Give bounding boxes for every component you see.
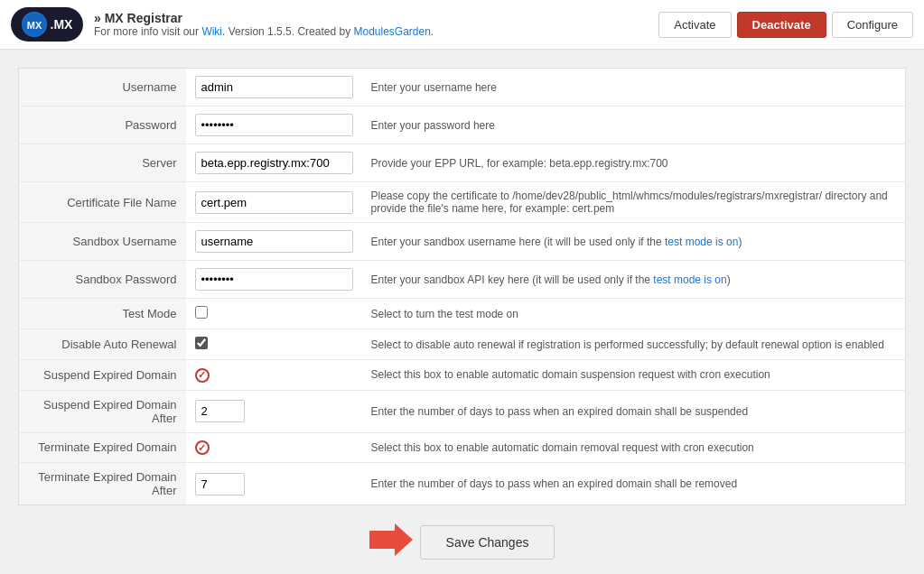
- logo-icon: MX: [22, 12, 47, 37]
- cert-label: Certificate File Name: [19, 182, 186, 223]
- sandbox-username-input-cell: [186, 223, 362, 261]
- username-input[interactable]: [195, 76, 353, 98]
- test-mode-label: Test Mode: [19, 299, 186, 329]
- terminate-after-input[interactable]: [195, 473, 245, 495]
- table-row: Username Enter your username here: [19, 69, 906, 106]
- header: MX .MX MX Registrar For more info visit …: [0, 0, 924, 50]
- cert-hint: Please copy the certificate to /home/dev…: [362, 182, 906, 223]
- header-title: MX Registrar: [94, 11, 648, 25]
- test-mode-hint: Select to turn the test mode on: [362, 299, 906, 329]
- suspend-expired-hint: Select this box to enable automatic doma…: [362, 360, 906, 391]
- wiki-link[interactable]: Wiki: [201, 25, 222, 38]
- disable-renewal-hint: Select to disable auto renewal if regist…: [362, 329, 906, 360]
- modulesgarden-link[interactable]: ModulesGarden: [353, 25, 430, 38]
- table-row: Password Enter your password here: [19, 106, 906, 144]
- server-label: Server: [19, 144, 186, 182]
- disable-renewal-checkbox[interactable]: [195, 337, 208, 349]
- suspend-after-hint: Enter the number of days to pass when an…: [362, 390, 906, 432]
- suspend-expired-input-cell: ✓: [186, 360, 362, 391]
- username-input-cell: [186, 69, 362, 106]
- table-row: Certificate File Name Please copy the ce…: [19, 182, 906, 223]
- sandbox-username-input[interactable]: [195, 230, 353, 253]
- header-info: MX Registrar For more info visit our Wik…: [94, 11, 648, 38]
- suspend-expired-circle-wrap[interactable]: ✓: [195, 367, 210, 383]
- sandbox-username-label: Sandbox Username: [19, 223, 186, 261]
- main-content: Username Enter your username here Passwo…: [0, 50, 924, 574]
- test-mode-input-cell: [186, 299, 362, 329]
- save-changes-button[interactable]: Save Changes: [420, 525, 555, 560]
- terminate-expired-circle-wrap[interactable]: ✓: [195, 440, 210, 456]
- table-row: Suspend Expired Domain After Enter the n…: [19, 390, 906, 432]
- table-row: Sandbox Password Enter your sandbox API …: [19, 261, 906, 299]
- sandbox-username-hint: Enter your sandbox username here (it wil…: [362, 223, 906, 261]
- terminate-after-label: Terminate Expired Domain After: [19, 463, 186, 505]
- disable-renewal-input-cell: [186, 329, 362, 360]
- disable-renewal-label: Disable Auto Renewal: [19, 329, 186, 360]
- suspend-after-input[interactable]: [195, 400, 245, 422]
- table-row: Test Mode Select to turn the test mode o…: [19, 299, 906, 329]
- terminate-expired-hint: Select this box to enable automatic doma…: [362, 432, 906, 463]
- suspend-expired-circle[interactable]: ✓: [195, 368, 210, 383]
- server-input[interactable]: [195, 152, 353, 174]
- cert-input[interactable]: [195, 191, 353, 214]
- activate-button[interactable]: Activate: [658, 12, 731, 38]
- logo: MX .MX: [11, 7, 83, 42]
- username-label: Username: [19, 69, 186, 106]
- table-row: Server Provide your EPP URL, for example…: [19, 144, 906, 182]
- table-row: Sandbox Username Enter your sandbox user…: [19, 223, 906, 261]
- header-subtitle: For more info visit our Wiki. Version 1.…: [94, 25, 648, 38]
- sandbox-password-input-cell: [186, 261, 362, 299]
- svg-marker-2: [369, 523, 413, 556]
- suspend-after-input-cell: [186, 390, 362, 432]
- svg-text:MX: MX: [26, 20, 42, 31]
- username-hint: Enter your username here: [362, 69, 906, 106]
- password-label: Password: [19, 106, 186, 144]
- terminate-expired-label: Terminate Expired Domain: [19, 432, 186, 463]
- logo-text: .MX: [51, 17, 73, 32]
- save-section: Save Changes: [18, 505, 906, 574]
- password-hint: Enter your password here: [362, 106, 906, 144]
- password-input-cell: [186, 106, 362, 144]
- test-mode-checkbox[interactable]: [195, 306, 208, 319]
- deactivate-button[interactable]: Deactivate: [737, 12, 826, 38]
- server-hint: Provide your EPP URL, for example: beta.…: [362, 144, 906, 182]
- sandbox-password-hint: Enter your sandbox API key here (it will…: [362, 261, 906, 299]
- server-input-cell: [186, 144, 362, 182]
- cert-input-cell: [186, 182, 362, 223]
- suspend-expired-checkmark: ✓: [198, 369, 206, 381]
- password-input[interactable]: [195, 114, 353, 136]
- suspend-after-label: Suspend Expired Domain After: [19, 390, 186, 432]
- suspend-expired-label: Suspend Expired Domain: [19, 360, 186, 391]
- sandbox-password-label: Sandbox Password: [19, 261, 186, 299]
- terminate-after-input-cell: [186, 463, 362, 505]
- arrow-right-icon: [369, 523, 413, 560]
- header-buttons: Activate Deactivate Configure: [658, 12, 913, 38]
- terminate-expired-circle[interactable]: ✓: [195, 440, 210, 455]
- table-row: Suspend Expired Domain ✓ Select this box…: [19, 360, 906, 391]
- settings-form: Username Enter your username here Passwo…: [18, 68, 906, 505]
- table-row: Terminate Expired Domain After Enter the…: [19, 463, 906, 505]
- terminate-after-hint: Enter the number of days to pass when an…: [362, 463, 906, 505]
- configure-button[interactable]: Configure: [832, 12, 913, 38]
- table-row: Terminate Expired Domain ✓ Select this b…: [19, 432, 906, 463]
- terminate-expired-input-cell: ✓: [186, 432, 362, 463]
- terminate-expired-checkmark: ✓: [198, 442, 206, 454]
- sandbox-password-input[interactable]: [195, 268, 353, 291]
- table-row: Disable Auto Renewal Select to disable a…: [19, 329, 906, 360]
